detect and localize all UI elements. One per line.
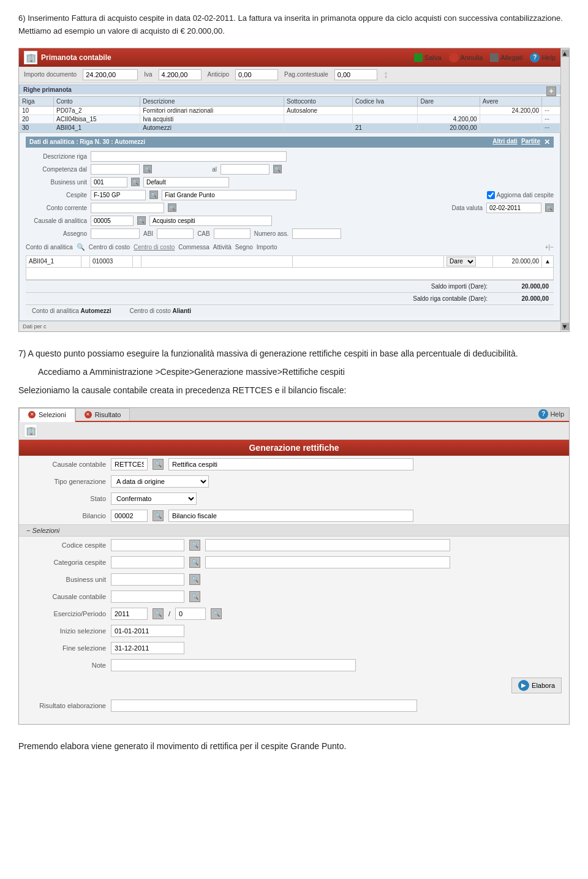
causale-analitica-input[interactable] [91, 216, 134, 226]
business-unit-input[interactable] [91, 177, 127, 187]
codice-cespite-row: Codice cespite 🔍 [19, 537, 569, 554]
bilancio-row: Bilancio 🔍 [19, 507, 569, 524]
codice-cespite-label: Codice cespite [26, 541, 106, 549]
primanota-titlebar: 🏢 Primanota contabile Salva Annulla Alle… [19, 48, 560, 67]
segno-select[interactable]: Dare Avere [447, 257, 476, 266]
categoria-cespite-desc[interactable] [205, 556, 450, 568]
competenza-al-input[interactable] [221, 164, 270, 175]
business-unit-gen-input[interactable] [111, 573, 184, 586]
causale-contabile-desc[interactable] [168, 458, 413, 470]
conto-corrente-search[interactable]: 🔍 [168, 203, 176, 212]
help-button[interactable]: ? Help [530, 53, 556, 62]
tipo-gen-select[interactable]: A data di origine [111, 475, 209, 488]
allegati-button[interactable]: Allegati [490, 53, 522, 62]
cab-input[interactable] [214, 228, 251, 239]
tipo-generazione-row: Tipo generazione A data di origine [19, 473, 569, 490]
bilancio-input[interactable] [111, 510, 148, 522]
inizio-input[interactable] [111, 625, 184, 637]
tab-selezioni[interactable]: ✕ Selezioni [19, 408, 75, 422]
categoria-cespite-input[interactable] [111, 556, 184, 568]
causale-analitica-desc-input[interactable] [149, 216, 272, 226]
partite-link[interactable]: Partite [521, 138, 540, 146]
col-dare: Dare [418, 96, 480, 106]
tab-risultato[interactable]: ✕ Risultato [75, 408, 130, 421]
data-valuta-input[interactable] [486, 203, 541, 213]
anticipo-field[interactable] [235, 69, 278, 80]
centro-costo-link[interactable]: Centro di costo [134, 244, 175, 251]
business-unit-gen-search[interactable]: 🔍 [189, 574, 200, 585]
competenza-dal-search[interactable]: 🔍 [143, 165, 152, 173]
esercizio-search[interactable]: 🔍 [153, 608, 164, 619]
iva-field[interactable] [159, 69, 202, 80]
gen-help-button[interactable]: ? Help [538, 408, 564, 421]
bottom-text-block: Premendo elabora viene generato il movim… [18, 739, 570, 753]
causale-contabile-input[interactable] [111, 458, 148, 470]
table-row-selected[interactable]: 30 ABII04_1 Automezzi 21 20.000,00 ··· [20, 123, 560, 132]
sub-table-row[interactable]: ABII04_1 010003 Dare Avere [26, 255, 554, 267]
cespite-input[interactable] [91, 190, 146, 200]
tab-risultato-close[interactable]: ✕ [85, 411, 92, 418]
v-scrollbar[interactable]: ▲ ▼ [560, 48, 569, 331]
bilancio-desc[interactable] [168, 510, 413, 522]
competenza-al-search[interactable]: 🔍 [273, 165, 282, 173]
causale-contabile-gen-search[interactable]: 🔍 [189, 591, 200, 602]
bilancio-search[interactable]: 🔍 [153, 510, 164, 521]
assegno-input[interactable] [91, 228, 140, 239]
risultato-input[interactable] [111, 700, 417, 712]
data-valuta-search[interactable]: 🔍 [545, 203, 554, 212]
conto-corrente-input[interactable] [91, 203, 164, 213]
step7-block: 7) A questo punto possiamo eseguire la f… [18, 347, 570, 398]
desc-riga-input[interactable] [91, 151, 287, 162]
tab-selezioni-close[interactable]: ✕ [28, 411, 36, 418]
causale-contabile-gen-input[interactable] [111, 590, 184, 603]
business-unit-desc-input[interactable] [143, 177, 229, 187]
pag-field[interactable] [334, 69, 377, 80]
causale-analitica-search[interactable]: 🔍 [137, 216, 146, 225]
table-row[interactable]: 10 PD07a_2 Fornitori ordinari nazionali … [20, 106, 560, 115]
fine-input[interactable] [111, 642, 184, 654]
business-unit-search[interactable]: 🔍 [131, 178, 140, 186]
iva-label: Iva [144, 71, 152, 78]
conto-analitica-sub-search[interactable]: 🔍 [77, 243, 85, 251]
codice-cespite-desc[interactable] [205, 539, 450, 551]
selezioni-section-header: − Selezioni [19, 524, 569, 537]
aggiorna-checkbox[interactable] [487, 190, 495, 200]
scroll-up-btn[interactable]: ▲ [562, 50, 569, 57]
altri-dati-link[interactable]: Altri dati [492, 138, 518, 146]
categoria-cespite-search[interactable]: 🔍 [189, 557, 200, 568]
close-detail-btn[interactable]: ✕ [544, 138, 550, 146]
scroll-down-btn[interactable]: ▼ [562, 323, 569, 330]
add-sub-btn[interactable]: +|− [545, 244, 554, 251]
periodo-input[interactable] [175, 608, 206, 620]
add-row-button[interactable]: + [546, 86, 556, 96]
causale-contabile-gen-row: Causale contabile 🔍 [19, 588, 569, 605]
elabora-button[interactable]: ▶ Elabora [511, 677, 562, 693]
abi-input[interactable] [157, 228, 194, 239]
salva-button[interactable]: Salva [414, 53, 442, 62]
col-riga: Riga [20, 96, 54, 106]
causale-contabile-search[interactable]: 🔍 [153, 459, 164, 470]
codice-cespite-input[interactable] [111, 539, 184, 551]
gen-app-icon: 🏢 [24, 424, 37, 437]
tipo-gen-label: Tipo generazione [26, 478, 106, 485]
commessa-sub-label: Commessa [178, 244, 209, 251]
importo-field[interactable] [83, 69, 138, 80]
conto-corrente-label: Conto corrente [26, 205, 87, 211]
cespite-desc-input[interactable] [162, 190, 296, 200]
stato-select[interactable]: Confermato [111, 492, 197, 505]
esercizio-input[interactable] [111, 608, 148, 620]
codice-cespite-search[interactable]: 🔍 [189, 540, 200, 551]
centro-costo-bottom: Centro di costo Alianti [130, 307, 192, 314]
table-row[interactable]: 20 ACII04bisa_15 Iva acquisti 4.200,00 ·… [20, 115, 560, 123]
note-input[interactable] [111, 659, 356, 671]
desc-riga-label: Descrizione riga [26, 153, 87, 160]
cespite-search[interactable]: 🔍 [149, 191, 158, 199]
annulla-button[interactable]: Annulla [449, 53, 483, 62]
competenza-dal-input[interactable] [91, 164, 140, 175]
dati-per-c[interactable]: Dati per c [19, 321, 560, 331]
righe-header: Righe primanota + [19, 85, 560, 94]
num-ass-input[interactable] [292, 228, 341, 239]
periodo-search[interactable]: 🔍 [211, 608, 222, 619]
primanota-grid: Riga Conto Descrizione Sottoconto Codice… [19, 96, 560, 132]
abi-label: ABI [143, 230, 153, 237]
